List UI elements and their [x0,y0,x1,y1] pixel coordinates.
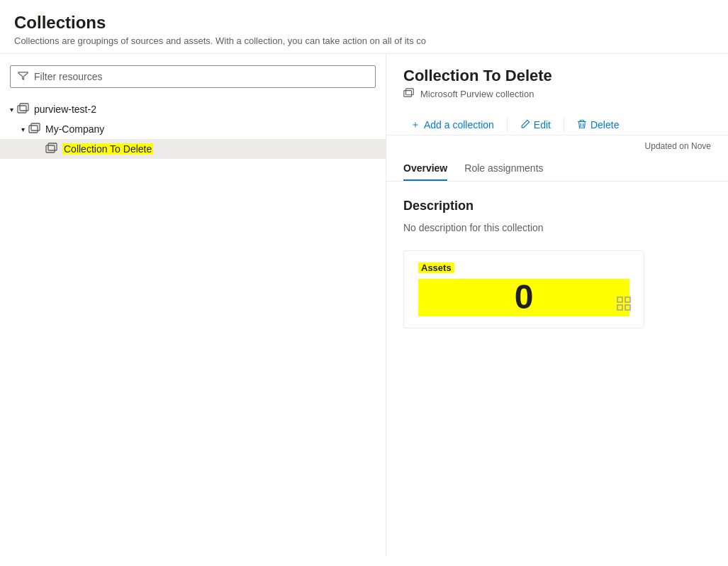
assets-label: Assets [418,262,454,273]
updated-text: Updated on Nove [386,135,728,154]
expand-my-company-icon[interactable] [17,123,28,135]
tab-role-assignments[interactable]: Role assignments [464,157,543,181]
detail-body: Description No description for this coll… [386,182,728,556]
tree-node-root[interactable]: purview-test-2 [0,99,386,119]
edit-label: Edit [534,119,551,131]
svg-rect-5 [48,143,57,150]
filter-input-wrapper[interactable] [10,65,376,88]
svg-rect-10 [617,305,622,310]
expand-root-icon[interactable] [6,104,17,115]
filter-bar [10,65,376,88]
filter-input[interactable] [34,71,368,82]
tab-overview[interactable]: Overview [403,157,447,181]
action-separator-2 [564,118,564,132]
tree-label-my-company: My-Company [45,123,104,135]
detail-header: Collection To Delete Microsoft Purview c… [386,54,728,135]
description-text: No description for this collection [403,222,711,233]
tree-label-root: purview-test-2 [34,104,96,115]
svg-rect-0 [18,106,26,113]
detail-subtitle: Microsoft Purview collection [403,88,711,99]
svg-rect-1 [20,104,28,111]
action-bar: ＋ Add a collection Edit [403,108,711,135]
edit-icon [520,119,530,131]
svg-rect-2 [29,126,38,133]
svg-rect-11 [625,305,630,310]
edit-button[interactable]: Edit [513,116,558,135]
collection-icon-root [17,103,30,116]
collection-icon-my-company [28,123,41,135]
page-subtitle: Collections are groupings of sources and… [14,35,714,46]
page-title: Collections [14,13,714,33]
action-separator-1 [507,118,508,132]
add-collection-label: Add a collection [424,119,494,131]
right-panel: Collection To Delete Microsoft Purview c… [386,54,728,556]
add-icon: ＋ [410,118,420,131]
tree-label-ctd: Collection To Delete [62,143,153,155]
delete-icon [577,119,587,131]
assets-card: Assets 0 [403,250,644,328]
svg-rect-6 [404,91,412,97]
page-header: Collections Collections are groupings of… [0,0,728,54]
delete-button[interactable]: Delete [570,116,626,135]
assets-count: 0 [418,279,629,316]
detail-subtitle-text: Microsoft Purview collection [420,89,534,99]
add-collection-button[interactable]: ＋ Add a collection [403,115,501,135]
svg-rect-4 [46,145,55,152]
main-layout: purview-test-2 My-Company Collection To … [0,54,728,556]
tabs-bar: Overview Role assignments [386,157,728,182]
detail-title: Collection To Delete [403,67,711,85]
tree-container: purview-test-2 My-Company Collection To … [0,99,386,556]
delete-label: Delete [590,119,619,131]
svg-rect-3 [31,123,40,131]
tree-node-collection-to-delete[interactable]: Collection To Delete [0,139,386,159]
svg-rect-8 [617,297,622,302]
tree-node-my-company[interactable]: My-Company [0,119,386,139]
description-heading: Description [403,199,711,213]
grid-icon[interactable] [615,295,632,316]
filter-icon [18,70,28,83]
left-panel: purview-test-2 My-Company Collection To … [0,54,386,556]
svg-rect-9 [625,297,630,302]
svg-rect-7 [406,89,414,95]
collection-icon-ctd [45,143,58,155]
detail-subtitle-icon [403,88,415,99]
